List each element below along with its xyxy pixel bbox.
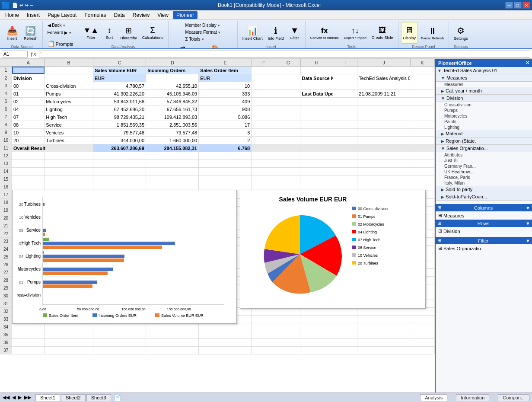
hierarchy-btn[interactable]: ⊞ Hierarchy (118, 22, 139, 44)
salesorg-germany[interactable]: Germany Fran... (436, 163, 532, 169)
col-header-b[interactable]: B (45, 59, 93, 66)
cell-d7[interactable]: 109.412.893,03 (146, 113, 199, 121)
insert-btn[interactable]: 📥 Insert (4, 22, 20, 44)
menu-insert[interactable]: Insert (23, 11, 43, 19)
sheet-tab-1[interactable]: Sheet1 (35, 394, 60, 401)
salesorg-attributes[interactable]: Attributes (436, 152, 532, 158)
cell-e6[interactable]: 908 (199, 105, 252, 113)
cond-format-btn[interactable]: 🎨 Conditional Formatting (195, 42, 234, 49)
cell-c1[interactable]: Sales Volume EUR (93, 67, 146, 74)
convert-formula-btn[interactable]: fx Convert to formula (308, 22, 341, 44)
sheet-nav-right[interactable]: ▶▶ (24, 395, 31, 400)
col-header-h[interactable]: H (301, 59, 333, 66)
cell-e10[interactable]: 2 (199, 137, 252, 144)
division-cross[interactable]: Cross-division (436, 102, 532, 108)
cell-b5[interactable]: Motorcycles (45, 98, 93, 105)
export-import-btn[interactable]: ↑↓ Export / Import (342, 22, 369, 44)
sheet-nav-prev[interactable]: ◀ (12, 395, 16, 400)
columns-measures[interactable]: ⊞ Measures (437, 212, 530, 219)
sheet-tab-2[interactable]: Sheet2 (61, 394, 86, 401)
formula-fn-icon[interactable]: ƒx (29, 51, 37, 57)
formula-input[interactable] (39, 51, 530, 57)
filter-btn[interactable]: ▼▲ Filter (81, 22, 101, 44)
cell-d2[interactable] (146, 74, 199, 82)
cell-c7[interactable]: 98.729.435,21 (93, 113, 146, 121)
cell-d5[interactable]: 57.846.845,32 (146, 98, 199, 105)
cell-d11[interactable]: 284.155.082,31 (146, 144, 199, 152)
cell-e8[interactable]: 17 (199, 121, 252, 128)
cell-j1[interactable] (357, 67, 410, 74)
insert-chart-btn[interactable]: 📊 Insert Chart (240, 22, 265, 44)
swap-axes-btn[interactable]: ⇄ Swap Axes (171, 42, 195, 49)
division-lighting[interactable]: Lighting (436, 124, 532, 130)
cell-c8[interactable]: 1.851.569,35 (93, 121, 146, 128)
teched-section[interactable]: ▼ TechEd Sales Analysis 01 (436, 67, 532, 74)
menu-formulas[interactable]: Formulas (81, 11, 109, 19)
cell-d1[interactable]: Incoming Orders (146, 67, 199, 74)
cell-e2[interactable]: EUR (199, 74, 252, 82)
cell-b3[interactable]: Cross-division (45, 82, 93, 89)
cell-h2[interactable]: Data Source Name (300, 74, 333, 82)
forward-btn[interactable]: Forward ▶ ▾ (45, 29, 73, 36)
filter-insert-btn[interactable]: ▼ Filter (287, 22, 303, 44)
cell-b8[interactable]: Service (45, 121, 93, 128)
col-header-c[interactable]: C (93, 59, 146, 66)
sort-btn[interactable]: ↕ Sort (102, 22, 117, 44)
division-pumps[interactable]: Pumps (436, 108, 532, 113)
refresh-btn[interactable]: 🔄 Refresh (22, 22, 40, 44)
soldtocoun-section[interactable]: ▶ Sold-toPartyCoun... (436, 193, 532, 201)
settings-btn[interactable]: ⚙ Settings (452, 22, 470, 44)
col-header-k[interactable]: K (411, 59, 435, 66)
cell-j2[interactable]: TechEd Sales Analysis 01 (357, 74, 410, 82)
cell-a8[interactable]: 08 (12, 121, 45, 128)
col-header-f[interactable]: F (252, 59, 276, 66)
division-section[interactable]: ▼ Division (436, 95, 532, 102)
menu-view[interactable]: View (154, 11, 172, 19)
region-section[interactable]: ▶ Region (State, (436, 137, 532, 145)
material-section[interactable]: ▶ Material (436, 130, 532, 137)
cell-a4[interactable]: 01 (12, 90, 45, 97)
cell-c6[interactable]: 67.452.686,20 (93, 105, 146, 113)
panel-close-icon[interactable]: ✕ (526, 60, 529, 66)
pie-chart[interactable]: Sales Volume EUR EUR (240, 190, 426, 309)
calyear-section[interactable]: ▶ Cal. year / month (436, 87, 532, 95)
menu-data[interactable]: Data (110, 11, 128, 19)
division-paints[interactable]: Paints (436, 119, 532, 124)
cell-a5[interactable]: 02 (12, 98, 45, 105)
cell-b7[interactable]: High Tech (45, 113, 93, 121)
cell-h1[interactable] (301, 67, 333, 74)
member-display-btn[interactable]: Member Display ▾ (183, 22, 223, 29)
cell-a3[interactable]: 00 (12, 82, 45, 89)
pause-refresh-btn[interactable]: ⏸ Pause Refresh (419, 22, 446, 44)
bottom-tab-compon[interactable]: Compon... (498, 394, 529, 401)
menu-pioneer[interactable]: Pioneer (173, 11, 198, 19)
cell-b1[interactable] (45, 67, 93, 74)
cell-c5[interactable]: 53.843.011,68 (93, 98, 146, 105)
cell-c2[interactable]: EUR (93, 74, 146, 82)
cell-e1[interactable]: Sales Order Item (199, 67, 252, 74)
close-btn[interactable]: ✕ (522, 2, 530, 9)
cell-d3[interactable]: 42.655,10 (146, 82, 199, 89)
salesorg-uk[interactable]: UK Heathrow... (436, 169, 532, 175)
bottom-tab-analysis[interactable]: Analysis (420, 394, 447, 401)
cell-i1[interactable] (333, 67, 358, 74)
cell-f1[interactable] (252, 67, 276, 74)
cell-e11[interactable]: 6.768 (199, 144, 252, 152)
cell-c10[interactable]: 344.000,00 (93, 137, 146, 144)
cell-c11[interactable]: 263.607.286,69 (93, 144, 146, 152)
salesorg-justbi[interactable]: Just-BI (436, 158, 532, 163)
cell-ref-input[interactable] (2, 51, 28, 57)
col-header-a[interactable]: A (12, 59, 45, 66)
cell-c9[interactable]: 79.577,48 (93, 129, 146, 136)
col-header-i[interactable]: I (333, 59, 357, 66)
cell-g1[interactable] (276, 67, 301, 74)
col-header-d[interactable]: D (146, 59, 199, 66)
cell-b6[interactable]: Lighting (45, 105, 93, 113)
salesorg-italy[interactable]: Italy, Milan (436, 180, 532, 186)
cell-d9[interactable]: 79.577,48 (146, 129, 199, 136)
division-motorcycles[interactable]: Motorcycles (436, 113, 532, 119)
col-header-e[interactable]: E (199, 59, 252, 66)
measure-format-btn[interactable]: Measure Format ▾ (183, 29, 223, 35)
cell-a2[interactable]: Division (12, 74, 45, 82)
cell-a10[interactable]: 20 (12, 137, 45, 144)
